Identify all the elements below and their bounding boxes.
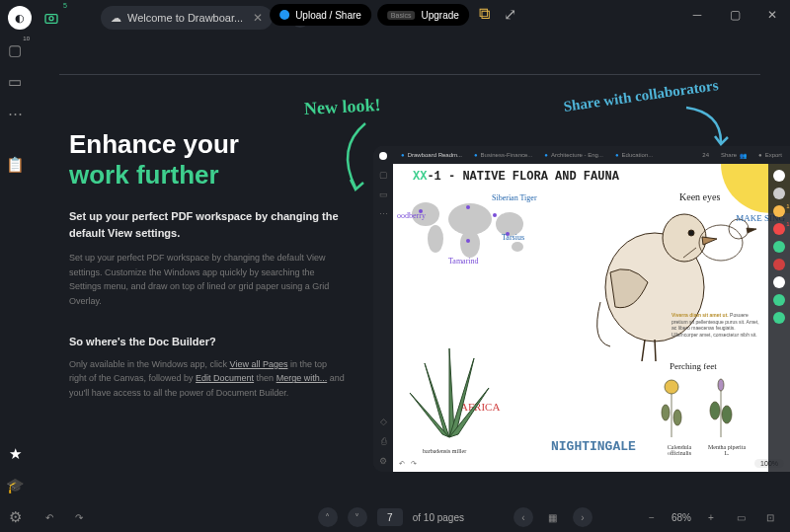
preview-page-badge: 24 <box>698 152 713 158</box>
maximize-button[interactable]: ▢ <box>725 5 745 25</box>
undo-button[interactable]: ↶ <box>40 507 59 527</box>
close-window-button[interactable]: ✕ <box>762 5 782 25</box>
graduation-icon[interactable]: 🎓 <box>6 477 24 494</box>
svg-point-25 <box>722 406 732 423</box>
page-number-field[interactable]: 7 <box>377 508 403 526</box>
aloe-illustration <box>405 343 494 442</box>
page-down-button[interactable]: ˅ <box>348 507 367 527</box>
book-icon[interactable]: ▭ <box>6 73 24 91</box>
tab-title: Welcome to Drawboar... <box>127 12 243 24</box>
label-tarsius: Tarsius <box>502 233 524 242</box>
preview-bottombar: ↶↷ 100% <box>399 459 784 468</box>
hero-title: Enhance your work further <box>69 129 346 190</box>
label-nightingale: NIGHTINGALE <box>551 439 636 454</box>
eraser-tool-icon <box>773 276 785 288</box>
label-perching: Perching feet <box>670 361 717 371</box>
camera-icon[interactable] <box>40 6 63 30</box>
preview-share: Share 👥 <box>717 152 750 159</box>
zoom-label: 68% <box>672 512 691 523</box>
cloud-up-icon <box>279 10 289 20</box>
svg-point-3 <box>428 225 443 253</box>
next-button[interactable]: › <box>573 507 592 527</box>
upgrade-label: Upgrade <box>421 10 458 21</box>
marker-tool-icon: 14 <box>773 223 785 235</box>
preview-side-icon: ▢ <box>379 170 388 180</box>
link-edit-document[interactable]: Edit Document <box>196 373 254 383</box>
svg-rect-0 <box>45 15 57 24</box>
hero-answer: Only available in the Windows app, click… <box>69 357 346 400</box>
upgrade-button[interactable]: Basics Upgrade <box>377 4 469 26</box>
page-thumb-icon[interactable]: ▢ <box>6 41 24 59</box>
clipboard-icon[interactable]: 📋 <box>6 156 24 174</box>
label-barb: barbadensis miller <box>423 448 466 454</box>
document-tab[interactable]: ☁ Welcome to Drawboar... ✕ <box>101 6 273 30</box>
hero-lead: Set up your perfect PDF workspace by cha… <box>69 208 346 241</box>
zoom-in-button[interactable]: + <box>701 507 721 527</box>
svg-point-9 <box>466 205 470 209</box>
svg-point-24 <box>710 402 720 419</box>
svg-point-19 <box>665 380 678 394</box>
label-calendula: Calendula officinalis <box>660 444 699 456</box>
close-tab-button[interactable]: ✕ <box>253 11 263 25</box>
hero-sub: Set up your perfect PDF workspace by cha… <box>69 251 346 308</box>
svg-point-5 <box>460 230 480 258</box>
preview-side-icon: ⚙ <box>379 456 387 466</box>
hero-question: So where's the Doc Builder? <box>69 336 346 347</box>
grid-view-button[interactable]: ▦ <box>543 507 563 527</box>
preview-export: ● Export <box>754 152 786 158</box>
hero-title-line2: work further <box>69 160 219 190</box>
hero-title-line1: Enhance your <box>69 129 239 159</box>
shape-tool-icon <box>773 259 785 270</box>
hand-tool-icon <box>773 170 785 182</box>
preview-side-icon: ⎙ <box>381 436 386 446</box>
annotation-new-look: New look! <box>304 95 381 119</box>
svg-point-7 <box>512 242 523 252</box>
cloud-icon: ☁ <box>111 12 121 25</box>
prev-button[interactable]: ‹ <box>514 507 533 527</box>
link-merge-with[interactable]: Merge with... <box>276 373 328 383</box>
label-siberian: Siberian Tiger <box>492 193 537 202</box>
label-keeneyes: Keen eyes <box>679 191 720 202</box>
link-view-all-pages[interactable]: View all Pages <box>230 359 288 369</box>
preview-tab: ●Architecture - Eng... <box>540 152 607 158</box>
preview-tab: ●Business-Finance... <box>470 152 536 158</box>
minimize-button[interactable]: ─ <box>687 5 707 25</box>
pen-tool-icon: 12 <box>773 205 785 217</box>
cursor-tool-icon <box>773 188 785 199</box>
svg-point-1 <box>49 17 53 21</box>
lorem-block: Viverra diam sit amet ut. Posuere pretiu… <box>672 312 760 338</box>
fullscreen-icon[interactable]: ⤢ <box>501 4 520 24</box>
settings-icon[interactable]: ⚙ <box>6 508 24 526</box>
canvas-title: XX-1 - NATIVE FLORA AND FAUNA <box>413 170 619 184</box>
more-icon[interactable]: ⋯ <box>6 105 24 122</box>
fit-width-button[interactable]: ▭ <box>731 507 750 527</box>
preview-side-icon: ▭ <box>379 190 388 199</box>
preview-tabs: ●Drawboard Readm... ●Business-Finance...… <box>393 146 790 164</box>
svg-point-20 <box>662 405 670 420</box>
svg-point-16 <box>699 225 743 261</box>
svg-point-12 <box>466 239 470 243</box>
upload-label: Upload / Share <box>295 10 361 21</box>
page-up-button[interactable]: ˄ <box>318 507 338 527</box>
page-total-label: of 10 pages <box>413 512 464 523</box>
preview-leftbar: ▢ ▭ ⋯ ◇ ⎙ ⚙ <box>373 146 393 472</box>
preview-side-icon: ◇ <box>380 417 387 426</box>
fit-page-button[interactable]: ⊡ <box>760 507 780 527</box>
svg-point-23 <box>718 379 724 391</box>
arrow-share <box>681 103 741 152</box>
preview-toolbar: 12 14 <box>768 164 790 472</box>
zoom-out-button[interactable]: − <box>642 507 662 527</box>
preview-tab: ●Drawboard Readm... <box>397 152 466 158</box>
svg-point-21 <box>673 410 681 425</box>
plan-badge: Basics <box>387 11 416 20</box>
more-tool-icon <box>773 312 785 324</box>
layers-icon[interactable]: ⧉ <box>475 4 495 24</box>
upload-share-button[interactable]: Upload / Share <box>270 4 371 26</box>
text-tool-icon <box>773 241 785 253</box>
redo-button[interactable]: ↷ <box>69 507 89 527</box>
star-icon[interactable]: ★ <box>6 445 24 463</box>
app-preview: ▢ ▭ ⋯ ◇ ⎙ ⚙ ●Drawboard Readm... ●Busines… <box>373 146 790 472</box>
add-tool-icon <box>773 294 785 306</box>
preview-tab: ●Education... <box>611 152 657 158</box>
app-logo[interactable]: ◐ <box>8 6 32 30</box>
